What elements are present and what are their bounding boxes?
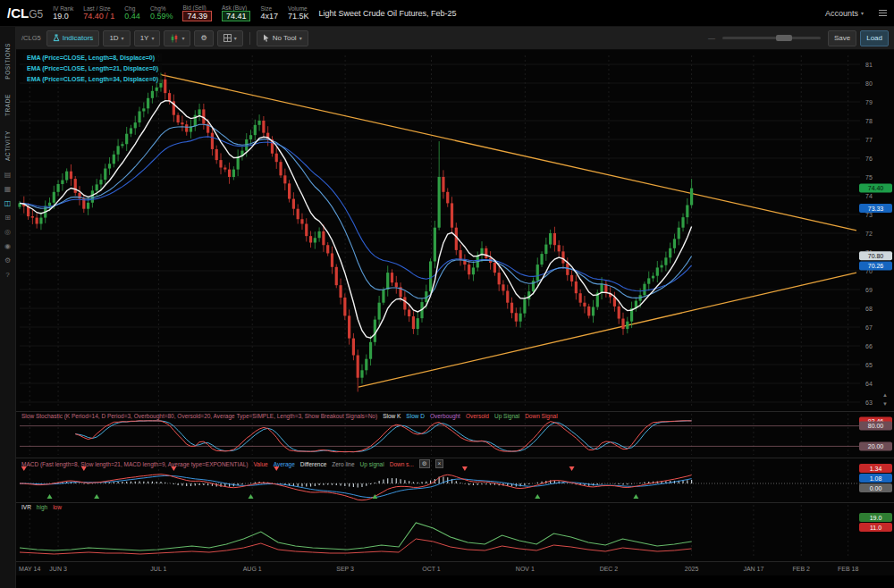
stat-chg: Chg%0.59% xyxy=(150,5,173,21)
study-close-icon[interactable]: × xyxy=(435,459,444,468)
indicators-label: Indicators xyxy=(63,34,94,42)
sidebar-tab-positions[interactable]: POSITIONS xyxy=(4,36,11,87)
zoom-slider-handle[interactable] xyxy=(776,35,792,41)
stochastic-panel[interactable]: Slow Stochastic (K Period=14, D Period=3… xyxy=(16,411,894,458)
chart-icon[interactable]: ◫ xyxy=(4,200,12,207)
users-icon[interactable]: ◉ xyxy=(4,243,11,250)
ivr-chart[interactable]: 19.011.0 xyxy=(16,503,894,560)
chevron-down-icon: ▾ xyxy=(181,35,184,41)
ivr-legend: IVRhighlow xyxy=(21,504,62,510)
zoom-out-icon[interactable]: — xyxy=(708,34,715,42)
slow-k-line xyxy=(75,421,691,452)
stat-bid-sell[interactable]: Bid (Sell)74.39 xyxy=(182,4,212,22)
svg-text:73.33: 73.33 xyxy=(868,206,884,212)
alerts-icon[interactable]: ◎ xyxy=(4,229,11,236)
drawing-tool-dropdown[interactable]: No Tool ▾ xyxy=(257,30,308,46)
sidebar-tab-activity[interactable]: ACTIVITY xyxy=(4,123,11,168)
range-dropdown[interactable]: 1Y ▾ xyxy=(134,30,161,46)
price-chart-panel[interactable]: EMA (Price=CLOSE, Length=8, Displace=0)E… xyxy=(16,50,894,411)
study-legend: EMA (Price=CLOSE, Length=8, Displace=0)E… xyxy=(23,54,162,86)
svg-text:76: 76 xyxy=(865,155,873,162)
ema-21-line xyxy=(20,124,692,298)
chevron-down-icon: ▾ xyxy=(122,35,124,41)
svg-text:1.34: 1.34 xyxy=(870,466,882,472)
ema-legend-row: EMA (Price=CLOSE, Length=34, Displace=0) xyxy=(23,75,162,83)
stat-size: Size4x17 xyxy=(260,5,278,21)
ema-legend-row: EMA (Price=CLOSE, Length=21, Displace=0) xyxy=(23,64,162,72)
ivr-panel[interactable]: IVRhighlow 19.011.0 xyxy=(16,502,894,561)
macd-histogram xyxy=(20,476,692,487)
timeframe-dropdown[interactable]: 1D ▾ xyxy=(103,30,130,46)
accounts-dropdown[interactable]: Accounts ▾ xyxy=(825,9,864,18)
legend-item: Slow Stochastic (K Period=14, D Period=3… xyxy=(21,413,377,419)
svg-text:74.40: 74.40 xyxy=(868,185,884,191)
load-button[interactable]: Load xyxy=(860,30,889,46)
toolbar-symbol-label: /CLG5 xyxy=(21,34,41,42)
legend-item: MACD (Fast length=8, Slow length=21, MAC… xyxy=(21,461,249,467)
svg-text:▼: ▼ xyxy=(882,401,888,407)
accounts-label: Accounts xyxy=(825,9,858,18)
legend-item: low xyxy=(53,504,62,510)
time-label: 2025 xyxy=(685,566,699,572)
chart-settings-button[interactable]: ⚙ xyxy=(194,30,213,46)
legend-item: Difference xyxy=(300,461,327,467)
study-settings-gear-icon[interactable]: ⚙ xyxy=(419,459,430,468)
gear-icon: ⚙ xyxy=(200,34,207,42)
stat-last-size: Last / Size74.40 / 1 xyxy=(83,5,114,21)
symbol-suffix: G5 xyxy=(29,8,43,21)
sidebar-tab-trade[interactable]: TRADE xyxy=(4,87,11,123)
time-axis[interactable]: MAY 14JUN 3JUL 1AUG 1SEP 3OCT 1NOV 1DEC … xyxy=(16,561,894,575)
main-chart[interactable]: 6364656667686970717273747576777879808174… xyxy=(16,50,894,411)
time-label: OCT 1 xyxy=(422,566,441,572)
time-label: SEP 3 xyxy=(336,566,354,572)
symbol[interactable]: /CLG5 xyxy=(7,5,43,21)
time-label: AUG 1 xyxy=(243,566,262,572)
chevron-down-icon: ▾ xyxy=(861,10,864,16)
svg-text:20.00: 20.00 xyxy=(868,443,884,449)
settings-icon[interactable]: ⚙ xyxy=(4,257,11,265)
svg-text:19.0: 19.0 xyxy=(870,515,882,521)
svg-text:69: 69 xyxy=(865,287,873,293)
symbol-root: /CL xyxy=(7,5,29,21)
stat-volume: Volume71.5K xyxy=(288,5,309,21)
macd-panel[interactable]: MACD (Fast length=8, Slow length=21, MAC… xyxy=(16,458,894,502)
svg-text:72: 72 xyxy=(865,231,873,237)
zoom-slider[interactable] xyxy=(722,35,821,41)
chevron-down-icon: ▾ xyxy=(151,35,154,41)
instrument-description: Light Sweet Crude Oil Futures, Feb-25 xyxy=(319,9,457,18)
stat-ask-buy[interactable]: Ask (Buy)74.41 xyxy=(222,4,251,22)
svg-text:11.0: 11.0 xyxy=(870,525,881,531)
quote-stats: IV Rank19.0Last / Size74.40 / 1Chg0.44Ch… xyxy=(53,4,308,22)
time-label: JAN 17 xyxy=(743,566,763,572)
help-icon[interactable]: ? xyxy=(5,272,9,279)
indicators-button[interactable]: Indicators xyxy=(46,30,100,46)
chevron-down-icon: ▾ xyxy=(234,35,237,41)
scan-icon[interactable]: ⊞ xyxy=(4,214,11,222)
stat-iv-rank: IV Rank19.0 xyxy=(53,5,73,21)
chart-layout-dropdown[interactable]: ▾ xyxy=(217,30,243,46)
legend-item: Overbought xyxy=(430,413,460,419)
stochastic-legend: Slow Stochastic (K Period=14, D Period=3… xyxy=(21,413,558,419)
grid-icon[interactable]: ▦ xyxy=(4,186,12,193)
candlestick-icon xyxy=(170,34,179,43)
slow-d-line xyxy=(75,421,691,452)
grid-layer xyxy=(20,55,860,406)
ivr-low-line xyxy=(20,539,692,554)
quotes-icon[interactable]: ▤ xyxy=(4,172,12,179)
chart-type-dropdown[interactable]: ▾ xyxy=(164,30,190,46)
chart-workspace: /CLG5 Indicators 1D ▾ 1Y ▾ ▾ ⚙ xyxy=(16,27,894,588)
menu-icon[interactable] xyxy=(879,10,887,17)
save-button[interactable]: Save xyxy=(828,30,856,46)
legend-item: Slow K xyxy=(383,413,401,419)
svg-text:0.00: 0.00 xyxy=(870,485,882,491)
svg-text:68: 68 xyxy=(865,306,873,312)
svg-text:65: 65 xyxy=(865,362,873,368)
svg-text:▲: ▲ xyxy=(882,392,888,398)
legend-item: Down Signal xyxy=(525,413,558,419)
legend-item: Up signal xyxy=(360,461,384,467)
top-bar: /CLG5 IV Rank19.0Last / Size74.40 / 1Chg… xyxy=(0,0,894,27)
svg-text:79: 79 xyxy=(865,99,873,105)
legend-item: Zero line xyxy=(332,461,354,467)
left-sidebar: POSITIONSTRADEACTIVITY▤▦◫⊞◎◉⚙? xyxy=(0,27,16,588)
svg-text:80.00: 80.00 xyxy=(868,423,884,429)
